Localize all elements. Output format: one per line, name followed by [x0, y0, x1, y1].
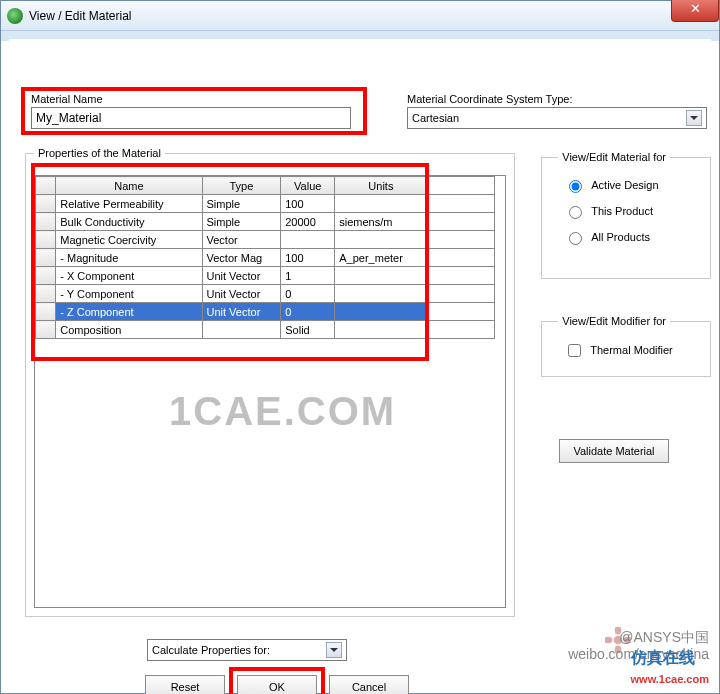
view-edit-for-legend: View/Edit Material for: [558, 151, 670, 163]
cell-units[interactable]: A_per_meter: [335, 249, 427, 267]
dialog-content: Material Name Material Coordinate System…: [9, 39, 711, 685]
row-gutter: [36, 285, 56, 303]
cell-value[interactable]: 100: [281, 249, 335, 267]
table-row[interactable]: - X ComponentUnit Vector1: [36, 267, 495, 285]
cell-name[interactable]: Bulk Conductivity: [56, 213, 202, 231]
cell-type[interactable]: Unit Vector: [202, 285, 281, 303]
coord-sys-label: Material Coordinate System Type:: [407, 93, 572, 105]
cell-units[interactable]: [335, 303, 427, 321]
table-row[interactable]: Magnetic CoercivityVector: [36, 231, 495, 249]
coord-sys-combo[interactable]: Cartesian: [407, 107, 707, 129]
calculate-properties-label: Calculate Properties for:: [152, 644, 270, 656]
table-header: Name Type Value Units: [36, 177, 495, 195]
calculate-properties-combo[interactable]: Calculate Properties for:: [147, 639, 347, 661]
cell-tail: [427, 195, 495, 213]
cell-units[interactable]: [335, 231, 427, 249]
cell-type[interactable]: Vector: [202, 231, 281, 249]
cell-tail: [427, 285, 495, 303]
col-name[interactable]: Name: [56, 177, 202, 195]
table-row[interactable]: - MagnitudeVector Mag100A_per_meter: [36, 249, 495, 267]
radio-this-product-input[interactable]: [569, 206, 582, 219]
col-value[interactable]: Value: [281, 177, 335, 195]
cell-tail: [427, 267, 495, 285]
cell-type[interactable]: Simple: [202, 213, 281, 231]
cell-name[interactable]: Magnetic Coercivity: [56, 231, 202, 249]
col-type[interactable]: Type: [202, 177, 281, 195]
cell-type[interactable]: Simple: [202, 195, 281, 213]
cell-units[interactable]: [335, 285, 427, 303]
properties-table-wrap: Name Type Value Units Relative Permeabil…: [34, 175, 506, 608]
row-gutter: [36, 213, 56, 231]
cancel-button[interactable]: Cancel: [329, 675, 409, 694]
radio-active-design-input[interactable]: [569, 180, 582, 193]
chevron-down-icon: [326, 642, 342, 658]
table-row[interactable]: CompositionSolid: [36, 321, 495, 339]
cell-name[interactable]: - Z Component: [56, 303, 202, 321]
row-gutter: [36, 321, 56, 339]
chevron-down-icon: [686, 110, 702, 126]
modifier-for-legend: View/Edit Modifier for: [558, 315, 670, 327]
properties-table[interactable]: Name Type Value Units Relative Permeabil…: [35, 176, 495, 339]
thermal-modifier-input[interactable]: [568, 344, 581, 357]
thermal-modifier-label: Thermal Modifier: [590, 344, 673, 356]
cell-tail: [427, 303, 495, 321]
material-name-label: Material Name: [31, 93, 103, 105]
radio-all-products-input[interactable]: [569, 232, 582, 245]
coord-sys-value: Cartesian: [412, 112, 459, 124]
cell-type[interactable]: Unit Vector: [202, 303, 281, 321]
radio-active-design-label: Active Design: [591, 179, 658, 191]
row-gutter: [36, 303, 56, 321]
modifier-for-group: View/Edit Modifier for Thermal Modifier: [541, 315, 711, 377]
ok-button[interactable]: OK: [237, 675, 317, 694]
col-tail: [427, 177, 495, 195]
radio-active-design[interactable]: Active Design: [564, 177, 692, 193]
cell-value[interactable]: 100: [281, 195, 335, 213]
cell-value[interactable]: 0: [281, 285, 335, 303]
gutter-head: [36, 177, 56, 195]
cell-type[interactable]: Vector Mag: [202, 249, 281, 267]
cell-tail: [427, 321, 495, 339]
cell-tail: [427, 249, 495, 267]
cell-tail: [427, 213, 495, 231]
cell-name[interactable]: Composition: [56, 321, 202, 339]
cell-name[interactable]: Relative Permeability: [56, 195, 202, 213]
row-gutter: [36, 195, 56, 213]
window-title: View / Edit Material: [29, 9, 132, 23]
cell-value[interactable]: 20000: [281, 213, 335, 231]
cell-name[interactable]: - Magnitude: [56, 249, 202, 267]
close-button[interactable]: ✕: [671, 0, 719, 22]
cell-value[interactable]: Solid: [281, 321, 335, 339]
cell-units[interactable]: siemens/m: [335, 213, 427, 231]
validate-material-button[interactable]: Validate Material: [559, 439, 669, 463]
cell-units[interactable]: [335, 267, 427, 285]
col-units[interactable]: Units: [335, 177, 427, 195]
cell-type[interactable]: [202, 321, 281, 339]
reset-button[interactable]: Reset: [145, 675, 225, 694]
cell-tail: [427, 231, 495, 249]
cell-name[interactable]: - X Component: [56, 267, 202, 285]
cell-name[interactable]: - Y Component: [56, 285, 202, 303]
cell-type[interactable]: Unit Vector: [202, 267, 281, 285]
close-icon: ✕: [690, 1, 701, 16]
cell-units[interactable]: [335, 195, 427, 213]
titlebar: View / Edit Material ✕: [1, 1, 719, 31]
radio-this-product-label: This Product: [591, 205, 653, 217]
cell-value[interactable]: 1: [281, 267, 335, 285]
radio-all-products[interactable]: All Products: [564, 229, 692, 245]
view-edit-for-group: View/Edit Material for Active Design Thi…: [541, 151, 711, 279]
table-row[interactable]: - Z ComponentUnit Vector0: [36, 303, 495, 321]
dialog-window: View / Edit Material ✕ Material Name Mat…: [0, 0, 720, 694]
row-gutter: [36, 267, 56, 285]
table-row[interactable]: - Y ComponentUnit Vector0: [36, 285, 495, 303]
cell-value[interactable]: [281, 231, 335, 249]
thermal-modifier-check[interactable]: Thermal Modifier: [564, 341, 692, 360]
row-gutter: [36, 249, 56, 267]
material-name-input[interactable]: [31, 107, 351, 129]
radio-all-products-label: All Products: [591, 231, 650, 243]
table-row[interactable]: Bulk ConductivitySimple20000siemens/m: [36, 213, 495, 231]
table-row[interactable]: Relative PermeabilitySimple100: [36, 195, 495, 213]
row-gutter: [36, 231, 56, 249]
cell-value[interactable]: 0: [281, 303, 335, 321]
radio-this-product[interactable]: This Product: [564, 203, 692, 219]
cell-units[interactable]: [335, 321, 427, 339]
